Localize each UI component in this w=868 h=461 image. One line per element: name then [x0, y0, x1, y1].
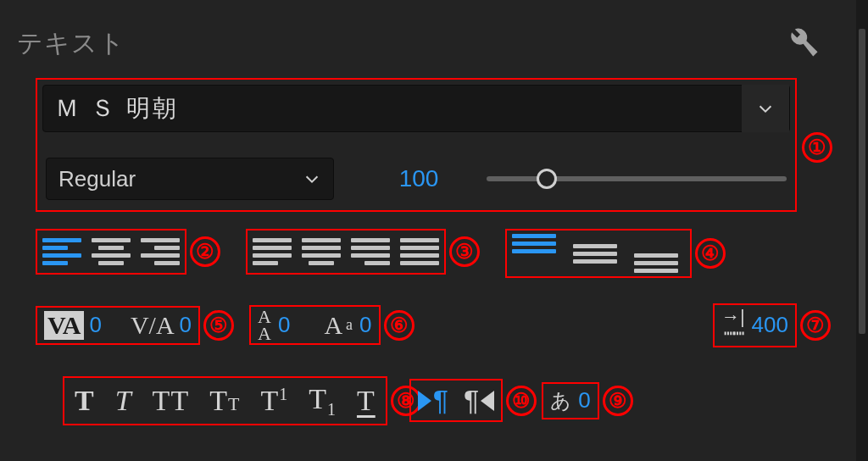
panel-title: テキスト [17, 26, 125, 61]
baseline-shift-input[interactable]: 0 [359, 312, 371, 338]
tab-width-input[interactable]: 400 [752, 312, 788, 338]
leading-icon: AA [258, 310, 271, 340]
justify-group: ③ [246, 229, 446, 275]
allcaps-button[interactable]: TT [153, 385, 190, 417]
font-size-input[interactable]: 100 [376, 165, 461, 192]
align-left-button[interactable] [42, 234, 81, 269]
italic-button[interactable]: T [115, 385, 132, 417]
vertical-align-group: ④ [505, 229, 692, 278]
tab-width-group: →|┉┉ 400 ⑦ [713, 303, 797, 347]
align-center-button[interactable] [92, 234, 131, 269]
slider-thumb[interactable] [537, 169, 557, 189]
kerning-input[interactable]: 0 [180, 312, 192, 338]
rtl-button[interactable]: ¶ [464, 384, 494, 417]
kerning-icon: V/A [131, 311, 175, 340]
triangle-left-icon [481, 391, 494, 411]
settings-wrench-icon[interactable] [785, 24, 821, 63]
tracking-input[interactable]: 0 [89, 312, 101, 338]
font-size-slider[interactable] [487, 176, 787, 181]
annotation-badge-2: ② [190, 236, 220, 267]
chevron-down-icon [756, 99, 775, 118]
subscript-button[interactable]: T1 [309, 383, 337, 419]
text-align-group: ② [36, 229, 186, 275]
tracking-icon: VA [44, 311, 84, 340]
annotation-badge-3: ③ [449, 236, 480, 267]
annotation-badge-4: ④ [695, 238, 726, 269]
tsume-icon: あ [550, 387, 571, 414]
font-style-value: Regular [58, 166, 303, 192]
annotation-badge-1: ① [802, 132, 832, 163]
annotation-badge-6: ⑥ [384, 310, 415, 341]
justify-last-left-button[interactable] [253, 234, 292, 269]
valign-bottom-button[interactable] [634, 234, 685, 273]
leading-baseline-group: AA 0 Aa 0 ⑥ [249, 305, 381, 345]
tab-width-icon: →|┉┉ [721, 308, 745, 342]
scrollbar-thumb[interactable] [859, 29, 865, 334]
leading-input[interactable]: 0 [278, 312, 290, 338]
annotation-badge-7: ⑦ [800, 310, 831, 341]
text-style-group: T T TT TT T1 T1 T ⑧ [63, 376, 387, 426]
paragraph-direction-group: ¶ ¶ ⑩ [409, 379, 504, 422]
chevron-down-icon [303, 169, 321, 188]
tsume-group: あ 0 ⑨ [542, 382, 598, 419]
justify-last-right-button[interactable] [351, 234, 390, 269]
annotation-badge-10: ⑩ [506, 386, 537, 416]
smallcaps-button[interactable]: TT [209, 385, 240, 417]
tracking-kerning-group: VA 0 V/A 0 ⑤ [36, 306, 200, 345]
valign-top-button[interactable] [512, 234, 563, 273]
bold-button[interactable]: T [75, 385, 95, 417]
justify-all-button[interactable] [400, 234, 439, 269]
annotation-badge-5: ⑤ [203, 310, 234, 341]
baseline-shift-icon: Aa [324, 311, 353, 340]
superscript-button[interactable]: T1 [260, 385, 288, 417]
vertical-scrollbar[interactable] [856, 0, 868, 461]
font-settings-group: ① Ｍ Ｓ 明朝 Regular 100 [36, 78, 797, 212]
font-family-input[interactable]: Ｍ Ｓ 明朝 [55, 92, 742, 125]
annotation-badge-9: ⑨ [603, 386, 633, 416]
triangle-right-icon [418, 391, 431, 411]
font-family-dropdown-button[interactable] [742, 85, 789, 132]
valign-middle-button[interactable] [573, 234, 624, 273]
ltr-button[interactable]: ¶ [418, 384, 448, 417]
justify-last-center-button[interactable] [302, 234, 341, 269]
tsume-input[interactable]: 0 [578, 387, 590, 414]
align-right-button[interactable] [141, 234, 180, 269]
underline-button[interactable]: T [357, 385, 376, 417]
font-style-select[interactable]: Regular [46, 158, 334, 200]
